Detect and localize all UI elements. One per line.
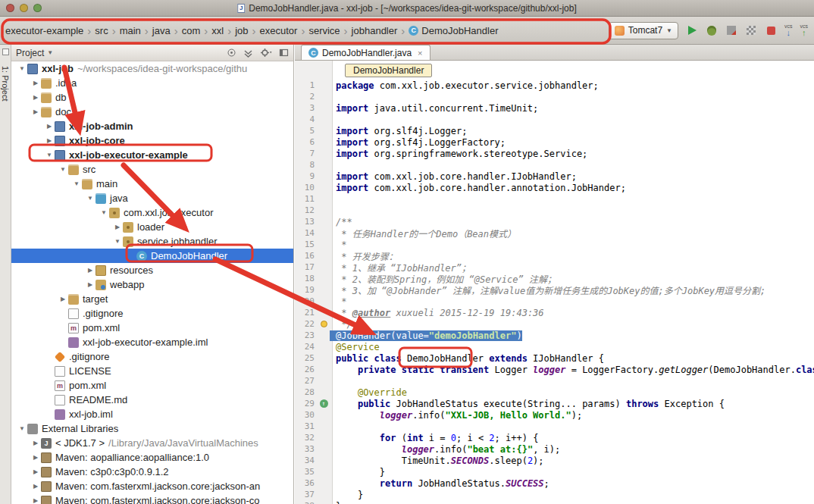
breadcrumb-item[interactable]: CDemoJobHandler: [407, 24, 499, 37]
line-number[interactable]: 5: [295, 126, 318, 136]
tree-expand-arrow-icon[interactable]: ▶: [31, 483, 40, 490]
tab-demojobhandler[interactable]: C DemoJobHandler.java ×: [301, 45, 430, 60]
tree-expand-arrow-icon[interactable]: ▶: [113, 224, 122, 230]
line-number[interactable]: 33: [295, 444, 318, 454]
tree-expand-arrow-icon[interactable]: ▶: [45, 137, 54, 144]
code-line-36[interactable]: 36 return JobHandleStatus.SUCCESS;: [295, 477, 814, 489]
tree-item-xxl-job-admin[interactable]: ▶xxl-job-admin: [11, 119, 293, 133]
breadcrumb-item[interactable]: jobhandler: [350, 24, 399, 37]
code-line-8[interactable]: 8: [295, 159, 814, 171]
code-line-10[interactable]: 10import com.xxl.job.core.handler.annota…: [295, 182, 814, 193]
tree-item-pom-xml[interactable]: mpom.xml: [11, 321, 293, 335]
line-number[interactable]: 15: [295, 239, 318, 249]
breadcrumb-item[interactable]: executor: [258, 24, 299, 37]
tree-item-resources[interactable]: ▶resources: [11, 263, 293, 277]
tree-expand-arrow-icon[interactable]: ▶: [45, 123, 54, 130]
code-line-26[interactable]: 26 private static transient Logger logge…: [295, 364, 814, 375]
code-line-20[interactable]: 20 *: [295, 296, 814, 307]
code-line-4[interactable]: 4: [295, 114, 814, 125]
breadcrumb-item[interactable]: xxl: [210, 24, 225, 37]
code-line-32[interactable]: 32 for (int i = 0; i < 2; i++) {: [295, 432, 814, 443]
chevron-down-icon[interactable]: ▼: [47, 49, 53, 56]
vcs-update-button[interactable]: vcs ↓: [784, 23, 793, 37]
line-number[interactable]: 2: [295, 92, 318, 102]
line-number[interactable]: 18: [295, 274, 318, 283]
breadcrumb-item[interactable]: job: [233, 24, 249, 37]
line-number[interactable]: 31: [295, 421, 318, 431]
code-line-24[interactable]: 24@Service: [295, 341, 814, 352]
hide-panel-icon[interactable]: [279, 48, 289, 58]
breadcrumb-item[interactable]: java: [151, 24, 172, 37]
code-line-23[interactable]: 23@JobHander(value="demoJobHandler"): [295, 330, 814, 341]
code-line-12[interactable]: 12: [295, 205, 814, 216]
tree-item-xxl-job[interactable]: ▼xxl-job~/workspaces/idea-git-workspace/…: [11, 61, 293, 76]
profiler-button[interactable]: [745, 24, 757, 36]
collapse-all-icon[interactable]: [243, 48, 253, 58]
tree-expand-arrow-icon[interactable]: ▶: [31, 468, 40, 475]
line-number[interactable]: 13: [295, 217, 318, 227]
line-number[interactable]: 3: [295, 103, 318, 113]
line-number[interactable]: 17: [295, 262, 318, 272]
tree-expand-arrow-icon[interactable]: ▶: [31, 108, 40, 115]
line-number[interactable]: 35: [295, 467, 318, 477]
code-line-34[interactable]: 34 TimeUnit.SECONDS.sleep(2);: [295, 455, 814, 466]
tree-item-main[interactable]: ▼main: [11, 177, 293, 191]
tree-item-maven-com-fasterxml-jackson-core-jackson-an[interactable]: ▶Maven: com.fasterxml.jackson.core:jacks…: [11, 479, 293, 493]
breadcrumb-item[interactable]: src: [93, 24, 109, 37]
stop-button[interactable]: [765, 24, 777, 36]
code-line-18[interactable]: 18 * 2、装配到Spring，例如加 “@Service” 注解；: [295, 273, 814, 284]
code-line-17[interactable]: 17 * 1、继承 “IJobHandler”；: [295, 261, 814, 273]
code-line-9[interactable]: 9import com.xxl.job.core.handler.IJobHan…: [295, 171, 814, 182]
code-line-37[interactable]: 37 }: [295, 489, 814, 500]
code-line-3[interactable]: 3import java.util.concurrent.TimeUnit;: [295, 102, 814, 114]
tree-expand-arrow-icon[interactable]: ▼: [17, 425, 27, 432]
line-number[interactable]: 24: [295, 342, 318, 352]
code-line-27[interactable]: 27: [295, 375, 814, 387]
tree-item-doc[interactable]: ▶doc: [11, 105, 293, 119]
zoom-window-button[interactable]: [33, 4, 42, 12]
code-line-19[interactable]: 19 * 3、加 “@JobHander” 注解，注解value值为新增任务生成…: [295, 284, 814, 296]
tree-item--idea[interactable]: ▶.idea: [11, 76, 293, 90]
tree-expand-arrow-icon[interactable]: ▶: [31, 497, 40, 504]
tree-expand-arrow-icon[interactable]: ▼: [17, 65, 27, 72]
tree-item-target[interactable]: ▶target: [11, 292, 293, 306]
line-number[interactable]: 6: [295, 137, 318, 147]
tree-item-xxl-job-executor-example[interactable]: ▼xxl-job-executor-example: [11, 148, 293, 162]
line-number[interactable]: 20: [295, 296, 318, 306]
code-line-35[interactable]: 35 }: [295, 466, 814, 477]
line-number[interactable]: 9: [295, 171, 318, 181]
coverage-button[interactable]: [725, 24, 737, 36]
tree-item-license[interactable]: LICENSE: [11, 364, 293, 378]
tree-expand-arrow-icon[interactable]: ▶: [31, 440, 40, 446]
tree-item-loader[interactable]: ▶loader: [11, 220, 293, 234]
code-line-5[interactable]: 5import org.slf4j.Logger;: [295, 125, 814, 136]
code-line-29[interactable]: 29↑ public JobHandleStatus execute(Strin…: [295, 398, 814, 409]
line-number[interactable]: 16: [295, 251, 318, 261]
line-number[interactable]: 34: [295, 455, 318, 465]
tree-item-service-jobhandler[interactable]: ▼service.jobhandler: [11, 234, 293, 249]
window-controls[interactable]: [0, 4, 42, 12]
minimize-window-button[interactable]: [20, 4, 28, 12]
tree-expand-arrow-icon[interactable]: ▶: [31, 80, 40, 86]
code-line-7[interactable]: 7import org.springframework.stereotype.S…: [295, 148, 814, 159]
tree-expand-arrow-icon[interactable]: ▶: [86, 267, 95, 274]
line-number[interactable]: 14: [295, 228, 318, 238]
tree-item--gitignore[interactable]: .gitignore: [11, 349, 293, 364]
tree-item-demojobhandler[interactable]: CDemoJobHandler: [11, 249, 293, 263]
tree-item-pom-xml[interactable]: mpom.xml: [11, 378, 293, 393]
project-panel-title[interactable]: Project: [16, 48, 44, 58]
code-line-15[interactable]: 15 *: [295, 239, 814, 250]
code-editor[interactable]: 1package com.xxl.job.executor.service.jo…: [295, 61, 814, 504]
line-number[interactable]: 10: [295, 183, 318, 193]
line-number[interactable]: 22: [295, 319, 318, 329]
settings-gear-icon[interactable]: [260, 48, 272, 58]
code-line-22[interactable]: 22 */: [295, 318, 814, 330]
breadcrumb-item[interactable]: main: [118, 24, 142, 37]
line-number[interactable]: 28: [295, 387, 318, 397]
code-line-2[interactable]: 2: [295, 91, 814, 102]
tree-expand-arrow-icon[interactable]: ▶: [58, 296, 67, 302]
tree-expand-arrow-icon[interactable]: ▼: [72, 180, 81, 187]
tree-item-xxl-job-iml[interactable]: xxl-job.iml: [11, 407, 293, 421]
gutter-slot[interactable]: ↑: [318, 399, 330, 408]
intention-bulb-icon[interactable]: [321, 321, 327, 327]
